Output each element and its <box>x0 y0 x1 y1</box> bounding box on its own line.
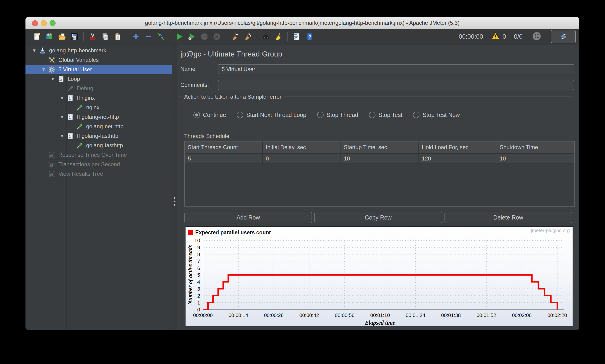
shutdown-button[interactable] <box>212 32 222 41</box>
ultimate-thread-group-panel: jp@gc - Ultimate Thread Group Name: Comm… <box>177 44 579 330</box>
paste-button[interactable] <box>113 32 122 41</box>
search-icon <box>262 32 270 41</box>
expander-icon[interactable]: ▼ <box>57 114 67 120</box>
tree-item-nginx[interactable]: nginx <box>26 103 172 112</box>
tree-item-golang-net-http[interactable]: golang-net-http <box>26 122 172 131</box>
radio-stop-test[interactable]: Stop Test <box>369 112 403 118</box>
expander-icon[interactable]: ▼ <box>48 77 57 82</box>
tree-item-if-golang-fasthttp[interactable]: ▼If golang-fasthttp <box>26 131 172 141</box>
elapsed-timer: 00:00:00 <box>459 33 483 40</box>
remote-start-all-icon <box>532 31 541 41</box>
open-file-button[interactable] <box>57 32 67 41</box>
save-button[interactable] <box>69 32 79 41</box>
search-button[interactable] <box>261 32 271 41</box>
templates-button[interactable] <box>44 32 54 41</box>
function-helper-button[interactable] <box>292 32 302 41</box>
arguments-icon <box>48 56 55 64</box>
start-no-timers-button[interactable] <box>187 32 197 41</box>
toolbar-separator <box>257 32 257 41</box>
toolbar: STOP? 00:00:00 0 0/0 <box>26 29 579 44</box>
tree-item-label: If golang-net-http <box>76 114 119 120</box>
plugins-manager-button[interactable] <box>551 30 576 43</box>
panel-splitter[interactable]: ••• <box>172 44 177 330</box>
remote-start-all-icon <box>532 31 541 42</box>
comments-input[interactable] <box>218 80 574 90</box>
radio-stop-thread[interactable]: Stop Thread <box>317 112 358 118</box>
svg-text:00:01:52: 00:01:52 <box>476 312 496 318</box>
svg-text:4: 4 <box>197 279 200 285</box>
tree-item-label: golang-fasthttp <box>85 142 123 149</box>
comments-label: Comments: <box>180 82 209 88</box>
toggle-button[interactable] <box>156 32 166 41</box>
log-error-indicator[interactable]: 0 <box>491 32 506 42</box>
remove-button[interactable] <box>144 32 153 41</box>
copy-icon <box>101 32 109 41</box>
clear-all-button[interactable] <box>243 32 252 41</box>
sampler-icon <box>76 104 83 111</box>
remote-start-all-button[interactable] <box>532 32 541 41</box>
tree-item-golang-fasthttp[interactable]: golang-fasthttp <box>26 141 172 150</box>
svg-text:00:00:42: 00:00:42 <box>300 312 319 318</box>
table-cell[interactable]: 10 <box>496 154 574 163</box>
sampler-icon <box>76 123 83 130</box>
table-cell[interactable]: 120 <box>419 154 497 163</box>
clear-icon <box>231 32 239 41</box>
tree-item-golang-http-benchmark[interactable]: ▼golang-http-benchmark <box>26 46 172 55</box>
clear-all-icon <box>243 32 252 41</box>
table-cell[interactable]: 10 <box>341 154 419 163</box>
expander-icon[interactable]: ▼ <box>39 67 48 72</box>
tree-item-5-virtual-user[interactable]: ▼5 Virtual User <box>26 65 172 74</box>
svg-text:7: 7 <box>197 258 200 264</box>
threads-schedule-table[interactable]: Start Threads CountInitial Delay, secSta… <box>184 141 575 207</box>
expander-icon[interactable]: ▼ <box>57 133 67 139</box>
svg-text:00:02:06: 00:02:06 <box>512 312 532 318</box>
tree-item-if-nginx[interactable]: ▼If nginx <box>26 93 172 103</box>
tree-item-label: Transactions per Second <box>57 161 120 168</box>
titlebar[interactable]: golang-http-benchmark.jmx (/Users/nicola… <box>26 17 579 29</box>
add-button[interactable] <box>131 32 141 41</box>
add-row-button[interactable]: Add Row <box>184 212 312 223</box>
expander-icon[interactable]: ▼ <box>30 48 39 53</box>
cut-button[interactable] <box>88 32 97 41</box>
tree-item-label: golang-net-http <box>85 123 123 130</box>
tree-item-loop[interactable]: ▼Loop <box>26 74 172 84</box>
thread-group-icon <box>48 66 55 73</box>
tree-item-label: golang-http-benchmark <box>48 47 106 54</box>
tree-item-transactions-per-second[interactable]: Transactions per Second <box>26 160 172 169</box>
radio-continue[interactable]: Continue <box>193 112 226 118</box>
tree-item-view-results-tree[interactable]: View Results Tree <box>26 169 172 179</box>
test-plan-tree: ▼golang-http-benchmarkGlobal Variables▼5… <box>26 44 172 330</box>
radio-start-next-thread-loop[interactable]: Start Next Thread Loop <box>237 112 306 118</box>
svg-text:00:00:28: 00:00:28 <box>264 312 284 318</box>
radio-selected-icon <box>193 112 200 118</box>
window-title: golang-http-benchmark.jmx (/Users/nicola… <box>26 17 579 29</box>
tree-item-response-times-over-time[interactable]: Response Times Over Time <box>26 150 172 160</box>
table-cell[interactable]: 5 <box>184 154 263 163</box>
tree-item-if-golang-net-http[interactable]: ▼If golang-net-http <box>26 112 172 122</box>
paste-icon <box>114 32 122 41</box>
radio-stop-test-now[interactable]: Stop Test Now <box>413 112 460 118</box>
expander-icon[interactable]: ▼ <box>57 95 67 101</box>
help-button[interactable]: ? <box>304 32 314 41</box>
name-input[interactable] <box>218 64 574 74</box>
copy-button[interactable] <box>100 32 110 41</box>
start-button[interactable] <box>174 32 184 41</box>
tree-item-global-variables[interactable]: Global Variables <box>26 55 172 65</box>
stop-button[interactable]: STOP <box>199 32 209 41</box>
threads-schedule-section-border: Threads Schedule <box>179 133 574 139</box>
tree-item-debug[interactable]: Debug <box>26 84 172 93</box>
tree-item-label: If golang-fasthttp <box>76 133 118 139</box>
delete-row-button[interactable]: Delete Row <box>445 212 572 223</box>
table-cell[interactable]: 0 <box>263 154 341 163</box>
table-header-row: Start Threads CountInitial Delay, secSta… <box>184 142 574 154</box>
column-header: Shutdown Time <box>496 142 574 153</box>
new-file-button[interactable] <box>32 32 42 41</box>
sampler-error-options: ContinueStart Next Thread LoopStop Threa… <box>193 109 460 120</box>
copy-row-button[interactable]: Copy Row <box>314 212 442 223</box>
warning-icon <box>491 32 500 42</box>
test-plan-icon <box>39 47 46 54</box>
tree-item-label: Loop <box>67 76 80 82</box>
toolbar-separator <box>170 32 170 41</box>
search-reset-button[interactable] <box>274 32 283 41</box>
clear-button[interactable] <box>230 32 240 41</box>
